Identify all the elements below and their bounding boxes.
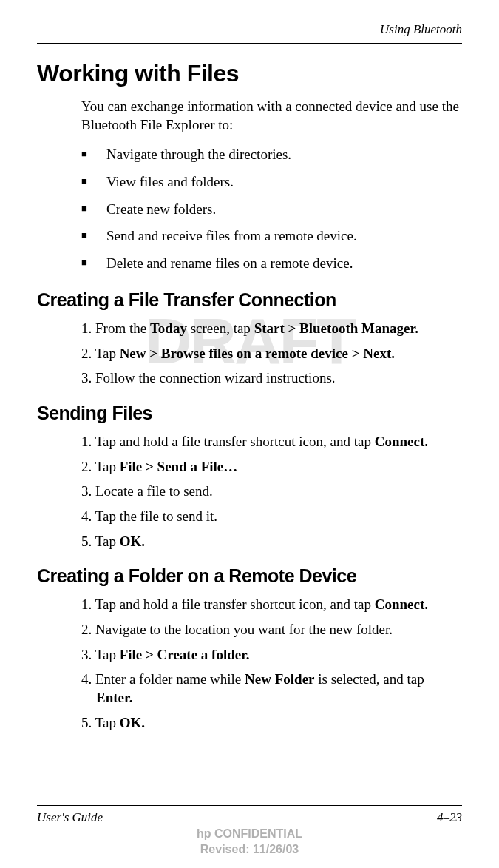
list-item: 3. Tap File > Create a folder. — [96, 646, 462, 665]
section-heading: Creating a Folder on a Remote Device — [37, 565, 462, 587]
list-item: Navigate through the directories. — [81, 146, 462, 164]
list-item: 5. Tap OK. — [96, 533, 462, 551]
list-item: Delete and rename files on a remote devi… — [81, 255, 462, 273]
intro-paragraph: You can exchange information with a conn… — [81, 98, 462, 134]
steps-list: 1. Tap and hold a file transfer shortcut… — [96, 596, 462, 732]
confidential-line-2: Revised: 11/26/03 — [0, 842, 499, 858]
steps-list: 1. From the Today screen, tap Start > Bl… — [96, 320, 462, 388]
confidential-notice: hp CONFIDENTIAL Revised: 11/26/03 — [0, 827, 499, 858]
list-item: 2. Tap File > Send a File… — [96, 458, 462, 477]
page-footer: User's Guide 4–23 — [37, 805, 462, 825]
list-item: 1. Tap and hold a file transfer shortcut… — [96, 596, 462, 614]
footer-right: 4–23 — [437, 810, 462, 825]
list-item: 3. Locate a file to send. — [96, 482, 462, 501]
header-rule — [37, 43, 462, 44]
list-item: 2. Navigate to the location you want for… — [96, 621, 462, 639]
list-item: 3. Follow the connection wizard instruct… — [96, 369, 462, 388]
list-item: 2. Tap New > Browse files on a remote de… — [96, 345, 462, 363]
list-item: 5. Tap OK. — [96, 714, 462, 733]
list-item: 1. From the Today screen, tap Start > Bl… — [96, 320, 462, 338]
steps-list: 1. Tap and hold a file transfer shortcut… — [96, 433, 462, 551]
footer-rule — [37, 805, 462, 806]
footer-left: User's Guide — [37, 810, 103, 825]
list-item: Send and receive files from a remote dev… — [81, 227, 462, 246]
list-item: 1. Tap and hold a file transfer shortcut… — [96, 433, 462, 451]
feature-bullet-list: Navigate through the directories. View f… — [81, 146, 462, 272]
confidential-line-1: hp CONFIDENTIAL — [0, 827, 499, 842]
section-heading: Creating a File Transfer Connection — [37, 289, 462, 311]
list-item: 4. Enter a folder name while New Folder … — [96, 670, 462, 707]
list-item: 4. Tap the file to send it. — [96, 508, 462, 526]
list-item: View files and folders. — [81, 173, 462, 192]
section-heading: Sending Files — [37, 403, 462, 424]
page-title: Working with Files — [37, 60, 462, 87]
list-item: Create new folders. — [81, 201, 462, 219]
page-content: Using Bluetooth Working with Files You c… — [37, 22, 462, 732]
running-header: Using Bluetooth — [37, 22, 462, 37]
